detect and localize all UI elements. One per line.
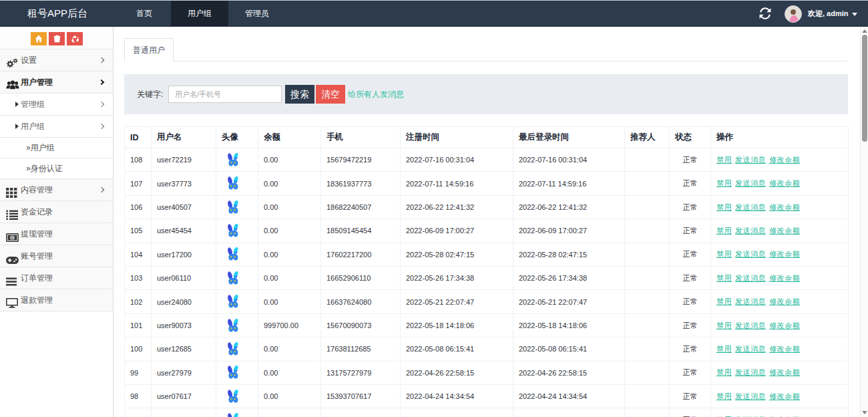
svg-text:0: 0 xyxy=(11,235,14,240)
